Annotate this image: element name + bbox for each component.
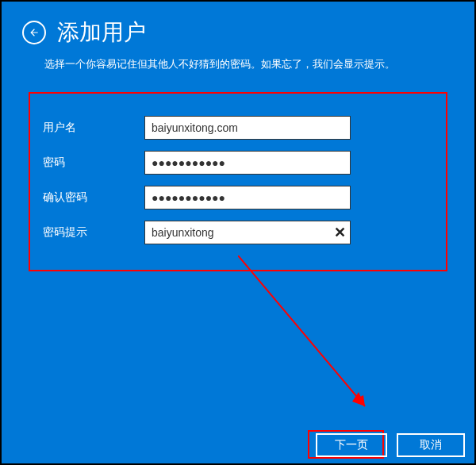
clear-icon[interactable]: ✕ xyxy=(334,224,346,241)
username-input[interactable] xyxy=(144,116,351,140)
confirm-password-input[interactable] xyxy=(144,186,351,209)
password-hint-input[interactable] xyxy=(144,221,351,244)
password-input[interactable] xyxy=(144,151,351,175)
next-button[interactable]: 下一页 xyxy=(316,433,387,457)
cancel-button[interactable]: 取消 xyxy=(397,433,465,457)
